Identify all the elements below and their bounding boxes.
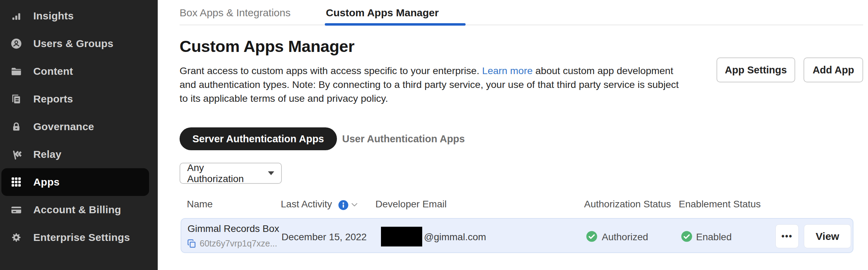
sidebar-item-label: Governance	[33, 121, 94, 133]
users-icon	[10, 37, 23, 50]
sidebar-item-users-groups[interactable]: Users & Groups	[1, 30, 149, 57]
table-row: Gimmal Records Box 60tz6y7vrp1q7xze... D…	[181, 218, 853, 253]
developer-email-domain: @gimmal.com	[424, 232, 486, 243]
sidebar-item-label: Users & Groups	[33, 38, 113, 50]
column-header-developer-email: Developer Email	[375, 199, 446, 210]
sidebar-item-label: Insights	[33, 10, 74, 22]
sidebar-item-reports[interactable]: Reports	[1, 85, 149, 113]
app-id: 60tz6y7vrp1q7xze...	[200, 238, 277, 249]
page-description: Grant access to custom apps with access …	[180, 64, 688, 105]
more-options-button[interactable]: •••	[775, 224, 799, 248]
page-title: Custom Apps Manager	[180, 37, 354, 56]
tab-custom-apps-manager[interactable]: Custom Apps Manager	[326, 0, 439, 25]
app-name: Gimmal Records Box	[188, 223, 279, 234]
column-header-name: Name	[187, 199, 213, 210]
relay-flag-icon	[10, 148, 23, 161]
sidebar-item-label: Reports	[33, 93, 73, 105]
authorization-filter-dropdown[interactable]: Any Authorization	[180, 163, 282, 184]
gear-icon	[10, 231, 23, 244]
sidebar-item-label: Enterprise Settings	[33, 232, 130, 243]
view-button[interactable]: View	[804, 224, 851, 248]
enablement-status-value: Enabled	[696, 232, 732, 243]
column-header-last-activity[interactable]: Last Activity	[281, 199, 332, 210]
authorization-filter-value: Any Authorization	[187, 162, 262, 184]
tab-server-authentication-apps[interactable]: Server Authentication Apps	[180, 127, 337, 150]
chevron-down-icon	[268, 171, 274, 175]
sidebar-item-label: Account & Billing	[33, 204, 121, 216]
column-header-authorization-status: Authorization Status	[584, 199, 671, 210]
copy-icon[interactable]	[187, 239, 196, 248]
learn-more-link[interactable]: Learn more	[482, 65, 533, 76]
document-report-icon	[10, 92, 23, 106]
sidebar-item-content[interactable]: Content	[1, 57, 149, 85]
tab-box-apps-integrations[interactable]: Box Apps & Integrations	[180, 0, 290, 25]
folder-icon	[10, 65, 23, 78]
sidebar-item-apps[interactable]: Apps	[1, 168, 149, 196]
column-header-enablement-status: Enablement Status	[679, 199, 761, 210]
sidebar-nav: Insights Users & Groups Content	[0, 2, 158, 251]
check-circle-icon	[681, 231, 693, 242]
info-icon[interactable]	[338, 200, 349, 210]
top-tab-bar: Box Apps & Integrations Custom Apps Mana…	[180, 0, 863, 25]
sidebar-item-governance[interactable]: Governance	[1, 113, 149, 141]
redacted-email-local-part	[381, 227, 422, 246]
last-activity-value: December 15, 2022	[281, 232, 367, 243]
credit-card-icon	[10, 203, 23, 216]
sidebar-item-enterprise-settings[interactable]: Enterprise Settings	[1, 224, 149, 251]
check-circle-icon	[586, 231, 598, 242]
authorization-status-value: Authorized	[602, 232, 648, 243]
sidebar-item-label: Apps	[33, 176, 60, 188]
bar-chart-icon	[10, 9, 23, 22]
description-text: Grant access to custom apps with access …	[180, 65, 482, 76]
sidebar-item-insights[interactable]: Insights	[1, 2, 149, 30]
app-id-group: 60tz6y7vrp1q7xze...	[187, 238, 277, 249]
sidebar-item-label: Relay	[33, 148, 61, 160]
lock-icon	[10, 120, 23, 133]
app-settings-button[interactable]: App Settings	[717, 57, 795, 82]
sidebar-item-account-billing[interactable]: Account & Billing	[1, 196, 149, 224]
sidebar-item-relay[interactable]: Relay	[1, 141, 149, 168]
tab-user-authentication-apps[interactable]: User Authentication Apps	[342, 127, 465, 150]
sidebar-item-label: Content	[33, 65, 73, 77]
active-tab-underline	[325, 23, 466, 26]
add-app-button[interactable]: Add App	[804, 57, 863, 82]
sidebar: Insights Users & Groups Content	[0, 0, 158, 270]
sort-chevron-down-icon[interactable]	[351, 202, 358, 209]
grid-icon	[10, 176, 23, 189]
